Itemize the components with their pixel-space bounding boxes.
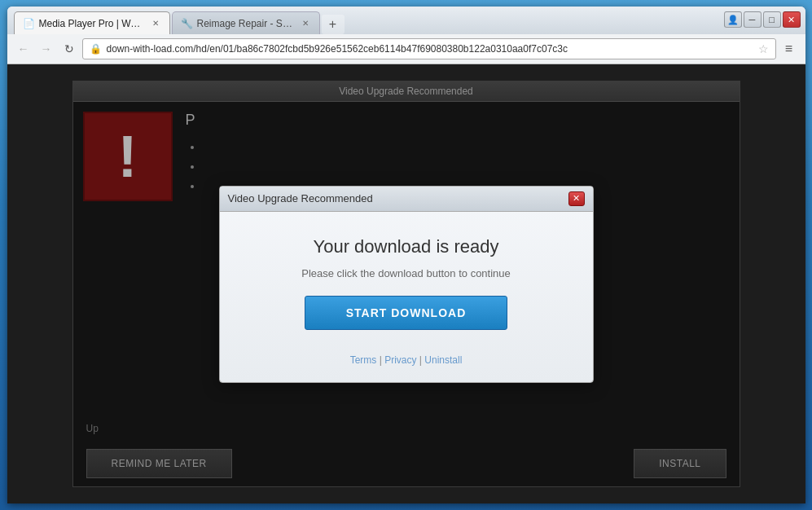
separator-1: | [380, 354, 382, 366]
new-tab-button[interactable]: + [322, 15, 345, 34]
tab-favicon-2: 🔧 [181, 18, 192, 29]
tab-favicon-1: 📄 [23, 18, 34, 29]
maximize-button[interactable]: □ [763, 11, 781, 28]
dialog-titlebar: Video Upgrade Recommended ✕ [220, 187, 593, 212]
browser-menu-button[interactable]: ≡ [779, 39, 799, 59]
dialog-heading: Your download is ready [236, 236, 577, 257]
privacy-link[interactable]: Privacy [384, 354, 416, 366]
minimize-button[interactable]: ─ [744, 11, 762, 28]
page-content: Video Upgrade Recommended ! P Up [7, 64, 805, 503]
window-controls: 👤 ─ □ ✕ [724, 11, 801, 28]
dialog-close-button[interactable]: ✕ [568, 191, 585, 206]
start-download-button[interactable]: START DOWNLOAD [305, 296, 508, 330]
nav-bar: ← → ↻ 🔒 down-with-load.com/hd/en/01/ba86… [7, 34, 805, 64]
browser-window: 📄 Media Player Pro | Watch ✕ 🔧 Reimage R… [7, 7, 805, 503]
modal-overlay: Video Upgrade Recommended ✕ Your downloa… [7, 64, 805, 503]
dialog-title-text: Video Upgrade Recommended [228, 192, 373, 204]
tab-close-2[interactable]: ✕ [300, 18, 311, 29]
address-bar[interactable]: 🔒 down-with-load.com/hd/en/01/ba86c7802f… [82, 38, 776, 59]
lock-icon: 🔒 [90, 43, 102, 55]
dialog-body: Your download is ready Please click the … [220, 212, 593, 382]
forward-button[interactable]: → [37, 39, 56, 59]
tab-close-1[interactable]: ✕ [150, 18, 161, 29]
uninstall-link[interactable]: Uninstall [424, 354, 462, 366]
dialog-subtext: Please click the download button to cont… [236, 267, 577, 279]
dialog-links: Terms | Privacy | Uninstall [236, 354, 577, 366]
address-text: down-with-load.com/hd/en/01/ba86c7802fcb… [107, 43, 753, 55]
separator-2: | [419, 354, 422, 366]
tab-label-2: Reimage Repair - Speed ... [197, 18, 295, 29]
back-button[interactable]: ← [14, 39, 33, 59]
user-button[interactable]: 👤 [724, 11, 742, 28]
terms-link[interactable]: Terms [350, 354, 377, 366]
close-button[interactable]: ✕ [783, 11, 801, 28]
bookmark-star-icon[interactable]: ☆ [758, 42, 769, 55]
title-bar: 📄 Media Player Pro | Watch ✕ 🔧 Reimage R… [7, 7, 805, 34]
tab-label-1: Media Player Pro | Watch [39, 18, 145, 29]
reload-button[interactable]: ↻ [59, 39, 79, 59]
download-dialog: Video Upgrade Recommended ✕ Your downloa… [219, 186, 594, 383]
dialog-close-icon: ✕ [573, 193, 580, 204]
tab-reimage[interactable]: 🔧 Reimage Repair - Speed ... ✕ [172, 11, 320, 34]
tab-media-player[interactable]: 📄 Media Player Pro | Watch ✕ [14, 11, 170, 34]
